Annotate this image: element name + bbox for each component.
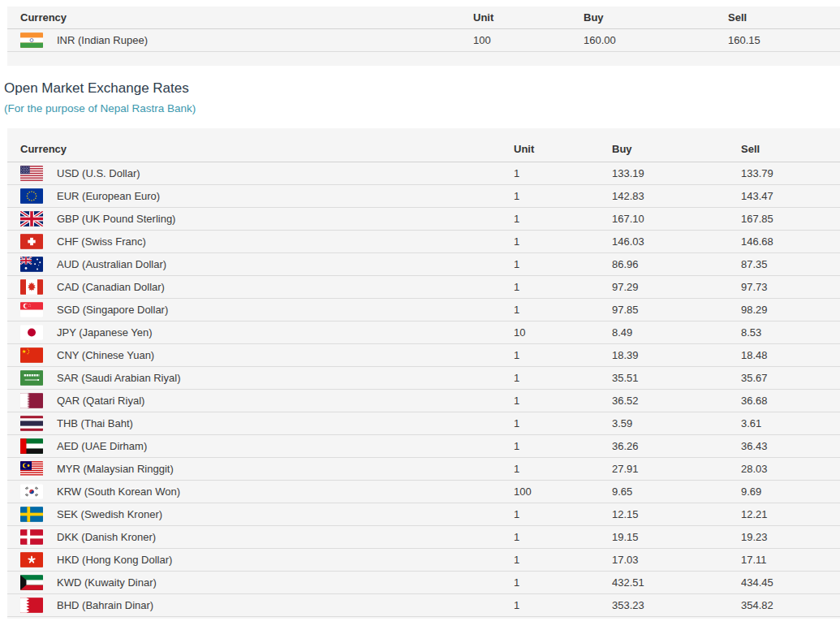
sell-value: 354.82 [741, 594, 840, 617]
table-row: CHF (Swiss Franc)1146.03146.68 [7, 231, 840, 253]
open-market-table-header-unit: Unit [514, 128, 612, 162]
sell-value: 87.35 [741, 253, 840, 276]
table-row: JPY (Japanese Yen)108.498.53 [7, 321, 840, 344]
unit-value: 1 [514, 526, 612, 549]
buy-value: 160.00 [584, 29, 728, 52]
unit-value: 1 [514, 344, 612, 367]
currency-label: KRW (South Korean Won) [57, 484, 180, 499]
buy-value: 9.65 [612, 481, 741, 503]
inr-table-header-currency: Currency [7, 6, 473, 29]
sell-value: 9.69 [741, 481, 840, 503]
buy-value: 97.29 [612, 276, 741, 299]
table-row: CAD (Canadian Dollar)197.2997.73 [7, 276, 840, 299]
page-subtitle: (For the purpose of Nepal Rastra Bank) [4, 102, 840, 114]
currency-cell: JPY (Japanese Yen) [7, 321, 514, 344]
table-row: GBP (UK Pound Sterling)1167.10167.85 [7, 208, 840, 231]
table-row: KRW (South Korean Won)1009.659.69 [7, 481, 840, 503]
european-union-flag-icon [20, 188, 43, 204]
usa-flag-icon [20, 166, 43, 181]
buy-value: 36.26 [612, 435, 741, 458]
currency-cell: SEK (Swedish Kroner) [7, 503, 514, 526]
table-row: KWD (Kuwaity Dinar)1432.51434.45 [7, 572, 840, 594]
currency-label: QAR (Qatari Riyal) [57, 393, 144, 408]
buy-value: 27.91 [612, 458, 741, 481]
open-market-table-header-row: CurrencyUnitBuySell [7, 128, 840, 162]
sell-value: 28.03 [741, 458, 840, 481]
sell-value: 19.23 [741, 526, 840, 549]
unit-value: 1 [514, 503, 612, 526]
buy-value: 35.51 [612, 367, 741, 390]
currency-label: USD (U.S. Dollar) [57, 166, 140, 181]
unit-value: 1 [514, 276, 612, 299]
unit-value: 1 [514, 185, 612, 208]
inr-table-header-buy: Buy [584, 6, 728, 29]
unit-value: 1 [514, 390, 612, 412]
currency-label: CNY (Chinese Yuan) [57, 347, 154, 363]
hong-kong-flag-icon [20, 552, 43, 567]
open-market-table-header-buy: Buy [612, 128, 741, 162]
table-row: USD (U.S. Dollar)1133.19133.79 [7, 162, 840, 185]
unit-value: 100 [514, 481, 612, 503]
singapore-flag-icon [20, 302, 43, 317]
currency-cell: GBP (UK Pound Sterling) [7, 208, 514, 231]
table-row: MYR (Malaysian Ringgit)127.9128.03 [7, 458, 840, 481]
currency-cell: AUD (Australian Dollar) [7, 253, 514, 276]
unit-value: 10 [514, 321, 612, 344]
table-row: QAR (Qatari Riyal)136.5236.68 [7, 390, 840, 412]
buy-value: 12.15 [612, 503, 741, 526]
sell-value: 3.61 [741, 412, 840, 435]
uae-flag-icon [20, 438, 43, 454]
sweden-flag-icon [20, 507, 43, 522]
inr-rate-panel: CurrencyUnitBuySell INR (Indian Rupee)10… [7, 6, 840, 66]
sell-value: 133.79 [741, 162, 840, 185]
unit-value: 1 [514, 367, 612, 390]
table-row: EUR (European Euro)1142.83143.47 [7, 185, 840, 208]
inr-table-header: CurrencyUnitBuySell [7, 6, 840, 29]
open-market-rates-table: CurrencyUnitBuySell USD (U.S. Dollar)113… [7, 128, 840, 617]
open-market-table-header-currency: Currency [7, 128, 514, 162]
sell-value: 160.15 [728, 29, 840, 52]
currency-cell: SAR (Saudi Arabian Riyal) [7, 367, 514, 390]
currency-label: AUD (Australian Dollar) [57, 257, 166, 272]
south-korea-flag-icon [20, 484, 43, 499]
buy-value: 432.51 [612, 572, 741, 594]
currency-label: GBP (UK Pound Sterling) [57, 211, 175, 227]
currency-cell: EUR (European Euro) [7, 185, 514, 208]
unit-value: 1 [514, 458, 612, 481]
buy-value: 97.85 [612, 299, 741, 321]
table-row: SGD (Singapore Dollar)197.8598.29 [7, 299, 840, 321]
sell-value: 12.21 [741, 503, 840, 526]
currency-label: JPY (Japanese Yen) [57, 325, 153, 340]
currency-label: HKD (Hong Kong Dollar) [57, 552, 172, 567]
currency-cell: MYR (Malaysian Ringgit) [7, 458, 514, 481]
australia-flag-icon [20, 257, 43, 272]
sell-value: 36.43 [741, 435, 840, 458]
buy-value: 167.10 [612, 208, 741, 231]
table-row: DKK (Danish Kroner)119.1519.23 [7, 526, 840, 549]
currency-cell: THB (Thai Baht) [7, 412, 514, 435]
table-row: SAR (Saudi Arabian Riyal)135.5135.67 [7, 367, 840, 390]
currency-label: MYR (Malaysian Ringgit) [57, 461, 174, 477]
buy-value: 3.59 [612, 412, 741, 435]
denmark-flag-icon [20, 529, 43, 545]
sell-value: 97.73 [741, 276, 840, 299]
kuwait-flag-icon [20, 575, 43, 590]
buy-value: 17.03 [612, 549, 741, 572]
sell-value: 98.29 [741, 299, 840, 321]
currency-label: SEK (Swedish Kroner) [57, 507, 162, 522]
table-row: AED (UAE Dirham)136.2636.43 [7, 435, 840, 458]
buy-value: 353.23 [612, 594, 741, 617]
buy-value: 142.83 [612, 185, 741, 208]
sell-value: 143.47 [741, 185, 840, 208]
table-row: SEK (Swedish Kroner)112.1512.21 [7, 503, 840, 526]
unit-value: 1 [514, 412, 612, 435]
sell-value: 8.53 [741, 321, 840, 344]
currency-label: SGD (Singapore Dollar) [57, 302, 168, 317]
unit-value: 1 [514, 435, 612, 458]
currency-cell: USD (U.S. Dollar) [7, 162, 514, 185]
currency-label: DKK (Danish Kroner) [57, 529, 156, 545]
currency-label: THB (Thai Baht) [57, 416, 133, 431]
uk-flag-icon [20, 211, 43, 227]
currency-label: INR (Indian Rupee) [57, 32, 148, 48]
table-row: CNY (Chinese Yuan)118.3918.48 [7, 344, 840, 367]
